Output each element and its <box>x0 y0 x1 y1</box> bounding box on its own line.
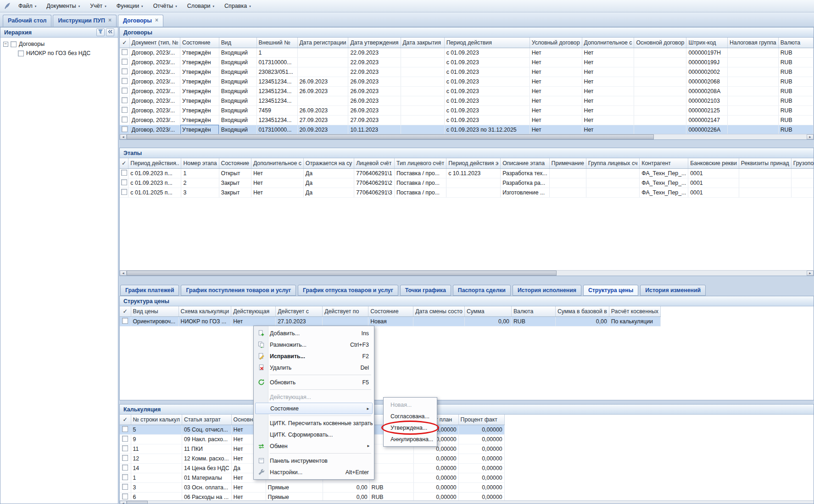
subtab-1[interactable]: График платежей <box>120 285 179 296</box>
column-header[interactable]: Внешний № <box>256 38 297 48</box>
menu-item[interactable]: Исправить...F2 <box>255 350 373 362</box>
scroll-left-button[interactable]: ◄ <box>120 271 127 276</box>
row-checkbox[interactable] <box>122 126 128 132</box>
row-checkbox[interactable] <box>122 426 128 432</box>
row-checkbox[interactable] <box>122 318 128 324</box>
column-header[interactable]: Условный договор <box>530 38 582 48</box>
menu-item[interactable]: УдалитьDel <box>255 362 373 373</box>
menubar-item-1[interactable]: Файл▾ <box>13 0 41 11</box>
column-header[interactable]: Отражается на су <box>303 158 354 168</box>
column-header[interactable]: Состояние <box>180 38 219 48</box>
table-row[interactable]: Договор, 2023/...УтверждёнВходящий123451… <box>120 96 814 105</box>
column-header[interactable]: Номер этапа <box>181 158 219 168</box>
menubar-item-6[interactable]: Словари▾ <box>182 0 219 11</box>
column-header[interactable]: Дата регистрации <box>297 38 348 48</box>
column-header[interactable]: Дата смены состо <box>413 306 465 316</box>
column-header[interactable]: Схема калькуляци <box>178 306 231 316</box>
column-header[interactable]: Контрагент <box>640 158 688 168</box>
menubar-item-3[interactable]: Учёт▾ <box>85 0 112 11</box>
table-row[interactable]: Договор, 2023/...УтверждёнВходящий123451… <box>120 86 814 96</box>
row-checkbox[interactable] <box>122 68 128 74</box>
row-checkbox[interactable] <box>122 465 128 471</box>
subtab-2[interactable]: График поступления товаров и услуг <box>181 285 296 296</box>
table-row[interactable]: с 01.09.2023 п...1ОткрытНетДа7706406291\… <box>120 168 814 178</box>
menu-item[interactable]: Обмен► <box>255 440 373 452</box>
tree-checkbox[interactable] <box>11 41 17 47</box>
row-checkbox[interactable] <box>122 484 128 490</box>
menu-item[interactable]: Настройки...Alt+Enter <box>255 466 373 478</box>
subtab-5[interactable]: Паспорта сделки <box>453 285 511 296</box>
column-header[interactable]: Состояние <box>219 158 251 168</box>
menu-item[interactable]: Аннулирована... <box>385 433 435 445</box>
select-all-header[interactable]: ✓ <box>120 415 131 425</box>
column-header[interactable]: Реквизиты принад <box>739 158 791 168</box>
row-checkbox[interactable] <box>122 107 128 113</box>
column-header[interactable]: Описание этапа <box>501 158 549 168</box>
table-row[interactable]: Договор, 2023/...УтверждёнВходящий745926… <box>120 105 814 115</box>
table-row[interactable]: Договор, 2023/...УтверждёнВходящий230823… <box>120 67 814 77</box>
menubar-item-7[interactable]: Справка▾ <box>219 0 256 11</box>
column-header[interactable]: Действует по <box>323 306 368 316</box>
table-row[interactable]: Договор, 2023/...УтверждёнВходящий017310… <box>120 125 814 134</box>
menu-item[interactable]: ЦИТК. Сформировать... <box>255 429 373 440</box>
column-header[interactable]: Период действия э <box>446 158 501 168</box>
row-checkbox[interactable] <box>122 78 128 84</box>
collapse-button[interactable] <box>106 28 114 36</box>
tree-node[interactable]: −Договоры <box>0 39 118 49</box>
tab-1[interactable]: Рабочий стол <box>3 15 51 27</box>
column-header[interactable]: Валюта <box>778 38 813 48</box>
column-header[interactable]: Расчёт косвенных <box>609 306 660 316</box>
row-checkbox[interactable] <box>121 170 127 176</box>
tab-3[interactable]: Договоры× <box>118 15 163 27</box>
scroll-thumb[interactable] <box>127 134 654 139</box>
scroll-track[interactable] <box>557 271 807 276</box>
table-row[interactable]: 606 Расходы на ...НетПрямые0,00RUB0,0000… <box>120 492 504 500</box>
select-all-header[interactable]: ✓ <box>120 306 131 316</box>
scroll-thumb[interactable] <box>127 501 148 504</box>
column-header[interactable]: Вид <box>219 38 256 48</box>
column-header[interactable]: Лицевой счёт <box>354 158 395 168</box>
table-row[interactable]: 303 Осн. оплата...НетПрямые0,00RUB0,0000… <box>120 482 504 492</box>
column-header[interactable]: Сумма <box>464 306 511 316</box>
row-checkbox[interactable] <box>122 97 128 103</box>
column-header[interactable]: Примечание <box>549 158 586 168</box>
subtab-6[interactable]: История исполнения <box>513 285 581 296</box>
row-checkbox[interactable] <box>121 179 127 185</box>
column-header[interactable]: Дата утверждения <box>348 38 401 48</box>
row-checkbox[interactable] <box>122 455 128 461</box>
menu-item[interactable]: ЦИТК. Пересчитать косвенные затраты... <box>255 417 373 429</box>
menu-item[interactable]: Состояние► <box>255 403 373 414</box>
menu-item[interactable]: Согласована... <box>385 410 435 422</box>
table-row[interactable]: Договор, 2023/...УтверждёнВходящий122.09… <box>120 48 814 57</box>
column-header[interactable]: Налоговая группа <box>727 38 778 48</box>
column-header[interactable]: Период действия.. <box>128 158 181 168</box>
row-checkbox[interactable] <box>122 49 128 55</box>
app-icon[interactable] <box>2 2 12 10</box>
menubar-item-5[interactable]: Отчёты▾ <box>148 0 182 11</box>
scroll-thumb[interactable] <box>127 271 557 276</box>
subtab-7[interactable]: Структура цены <box>583 285 638 296</box>
menu-item[interactable]: Размножить...Ctrl+F3 <box>255 339 373 350</box>
subtab-3[interactable]: График отпуска товаров и услуг <box>298 285 398 296</box>
row-checkbox[interactable] <box>122 493 128 499</box>
column-header[interactable]: Действующая <box>231 306 276 316</box>
menubar-item-4[interactable]: Функции▾ <box>112 0 148 11</box>
close-icon[interactable]: × <box>108 17 112 23</box>
column-header[interactable]: Процент факт <box>458 415 504 425</box>
table-row[interactable]: Ориентировоч...НИОКР по ГОЗ ...Нет27.10.… <box>120 316 661 326</box>
column-header[interactable]: Период действия <box>444 38 530 48</box>
filter-button[interactable] <box>96 28 105 36</box>
tree-node[interactable]: НИОКР по ГОЗ без НДС <box>0 49 118 58</box>
column-header[interactable]: Тип лицевого счёт <box>394 158 446 168</box>
select-all-header[interactable]: ✓ <box>120 38 129 48</box>
scroll-right-button[interactable]: ► <box>807 134 814 139</box>
row-checkbox[interactable] <box>122 436 128 442</box>
column-header[interactable]: Группа лицевых сч <box>586 158 640 168</box>
column-header[interactable]: Сумма в базовой в <box>555 306 609 316</box>
scroll-right-button[interactable]: ► <box>807 271 814 276</box>
column-header[interactable]: Дополнительное с <box>251 158 303 168</box>
tree-checkbox[interactable] <box>18 50 24 56</box>
close-icon[interactable]: × <box>155 17 158 23</box>
menubar-item-2[interactable]: Документы▾ <box>41 0 85 11</box>
table-row[interactable]: Договор, 2023/...УтверждёнВходящий123451… <box>120 115 814 125</box>
